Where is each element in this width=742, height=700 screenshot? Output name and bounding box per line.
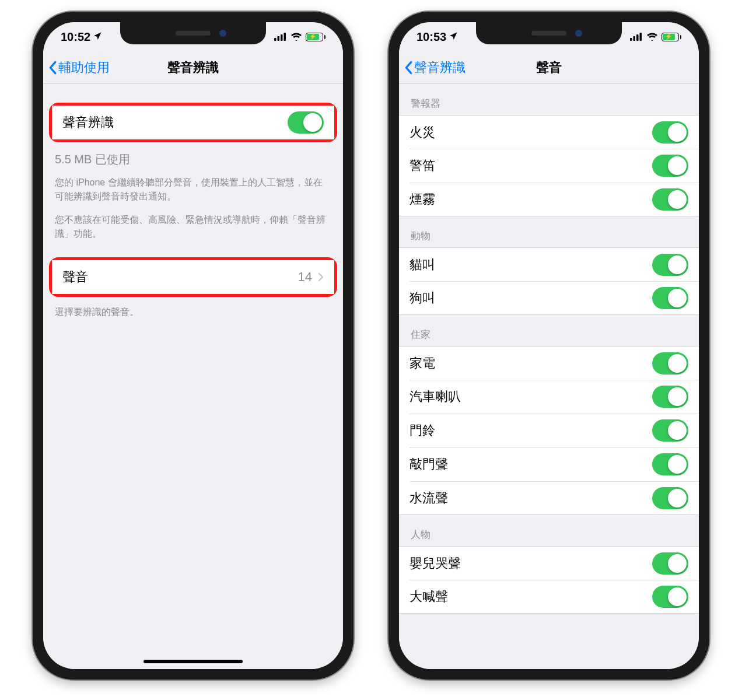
- nav-bar: 聲音辨識 聲音: [399, 51, 699, 84]
- sound-toggle-row[interactable]: 汽車喇叭: [399, 380, 699, 414]
- sound-toggle-row[interactable]: 警笛: [399, 149, 699, 183]
- sound-label: 敲門聲: [410, 456, 448, 473]
- wifi-icon: [290, 30, 302, 44]
- svg-rect-1: [277, 36, 279, 41]
- sound-label: 家電: [410, 355, 435, 372]
- cellular-icon: [274, 30, 287, 44]
- notch: [476, 22, 622, 44]
- storage-used-text: 5.5 MB 已使用: [43, 145, 343, 170]
- notch: [120, 22, 266, 44]
- section-group: 家電汽車喇叭門鈴敲門聲水流聲: [399, 346, 699, 515]
- sounds-count: 14: [298, 270, 312, 285]
- section-group: 火災警笛煙霧: [399, 115, 699, 216]
- section-header: 人物: [399, 515, 699, 546]
- highlight-box-sounds: 聲音 14: [49, 257, 337, 297]
- content-area-right[interactable]: 警報器火災警笛煙霧動物貓叫狗叫住家家電汽車喇叭門鈴敲門聲水流聲人物嬰兒哭聲大喊聲: [399, 84, 699, 669]
- sound-toggle-row[interactable]: 狗叫: [399, 281, 699, 315]
- sound-label: 門鈴: [410, 422, 435, 439]
- svg-rect-5: [633, 36, 635, 41]
- toggle-switch[interactable]: [652, 352, 688, 374]
- location-icon: [93, 30, 102, 44]
- sound-label: 警笛: [410, 157, 435, 174]
- section-header: 動物: [399, 216, 699, 247]
- toggle-switch[interactable]: [652, 386, 688, 408]
- sounds-footer: 選擇要辨識的聲音。: [43, 299, 343, 323]
- back-label: 輔助使用: [58, 59, 110, 76]
- toggle-switch[interactable]: [652, 419, 688, 442]
- toggle-switch[interactable]: [652, 121, 688, 144]
- toggle-switch[interactable]: [652, 254, 688, 276]
- battery-icon: ⚡: [306, 33, 326, 41]
- sound-toggle-row[interactable]: 火災: [399, 115, 699, 149]
- sound-toggle-row[interactable]: 家電: [399, 346, 699, 380]
- sound-label: 大喊聲: [410, 588, 448, 606]
- sound-label: 火災: [410, 124, 435, 141]
- toggle-label: 聲音辨識: [62, 114, 114, 131]
- sound-label: 汽車喇叭: [410, 388, 461, 405]
- svg-rect-2: [281, 34, 283, 41]
- svg-rect-7: [639, 33, 642, 41]
- toggle-switch[interactable]: [652, 155, 688, 177]
- toggle-switch[interactable]: [288, 111, 324, 134]
- status-time: 10:53: [416, 30, 446, 44]
- home-indicator[interactable]: [144, 660, 243, 663]
- back-button[interactable]: 輔助使用: [48, 51, 110, 83]
- sound-toggle-row[interactable]: 敲門聲: [399, 447, 699, 481]
- toggle-switch[interactable]: [652, 287, 688, 309]
- phone-screen-right: 10:53 ⚡ 聲: [399, 22, 699, 669]
- nav-bar: 輔助使用 聲音辨識: [43, 51, 343, 84]
- chevron-left-icon: [48, 61, 57, 75]
- sound-toggle-row[interactable]: 煙霧: [399, 183, 699, 216]
- back-button[interactable]: 聲音辨識: [404, 51, 466, 83]
- sounds-label: 聲音: [62, 268, 88, 286]
- phone-frame-left: 10:52 ⚡ 輔: [33, 12, 354, 680]
- sound-label: 水流聲: [410, 489, 448, 507]
- toggle-switch[interactable]: [652, 586, 688, 608]
- section-header: 警報器: [399, 84, 699, 115]
- highlight-box-toggle: 聲音辨識: [49, 103, 337, 142]
- description-2: 您不應該在可能受傷、高風險、緊急情況或導航時，仰賴「聲音辨識」功能。: [43, 207, 343, 244]
- sound-toggle-row[interactable]: 門鈴: [399, 414, 699, 447]
- nav-title: 聲音辨識: [167, 59, 219, 76]
- sound-label: 狗叫: [410, 289, 435, 307]
- chevron-left-icon: [404, 61, 413, 75]
- wifi-icon: [646, 30, 658, 44]
- status-time: 10:52: [61, 30, 90, 44]
- back-label: 聲音辨識: [414, 59, 466, 76]
- svg-rect-3: [284, 33, 286, 41]
- sound-toggle-row[interactable]: 大喊聲: [399, 580, 699, 614]
- toggle-switch[interactable]: [652, 552, 688, 575]
- content-area-left: 聲音辨識 5.5 MB 已使用 您的 iPhone 會繼續聆聽部分聲音，使用裝置…: [43, 84, 343, 669]
- sound-label: 嬰兒哭聲: [410, 555, 461, 572]
- sound-label: 貓叫: [410, 256, 435, 274]
- location-icon: [449, 30, 458, 44]
- svg-rect-0: [274, 38, 276, 41]
- phone-frame-right: 10:53 ⚡ 聲: [388, 12, 709, 680]
- description-1: 您的 iPhone 會繼續聆聽部分聲音，使用裝置上的人工智慧，並在可能辨識到聲音…: [43, 170, 343, 207]
- toggle-switch[interactable]: [652, 188, 688, 211]
- svg-rect-6: [636, 34, 639, 41]
- chevron-right-icon: [318, 272, 324, 282]
- sound-toggle-row[interactable]: 貓叫: [399, 247, 699, 281]
- sound-toggle-row[interactable]: 嬰兒哭聲: [399, 546, 699, 580]
- nav-title: 聲音: [536, 59, 562, 76]
- svg-rect-4: [630, 38, 632, 41]
- toggle-switch[interactable]: [652, 453, 688, 475]
- sound-toggle-row[interactable]: 水流聲: [399, 481, 699, 515]
- section-header: 住家: [399, 315, 699, 346]
- sound-recognition-toggle-row[interactable]: 聲音辨識: [52, 106, 334, 139]
- section-group: 貓叫狗叫: [399, 247, 699, 315]
- phone-screen-left: 10:52 ⚡ 輔: [43, 22, 343, 669]
- battery-icon: ⚡: [662, 33, 682, 41]
- section-group: 嬰兒哭聲大喊聲: [399, 546, 699, 614]
- sounds-row[interactable]: 聲音 14: [52, 260, 334, 294]
- cellular-icon: [630, 30, 643, 44]
- sound-label: 煙霧: [410, 191, 435, 208]
- toggle-switch[interactable]: [652, 487, 688, 509]
